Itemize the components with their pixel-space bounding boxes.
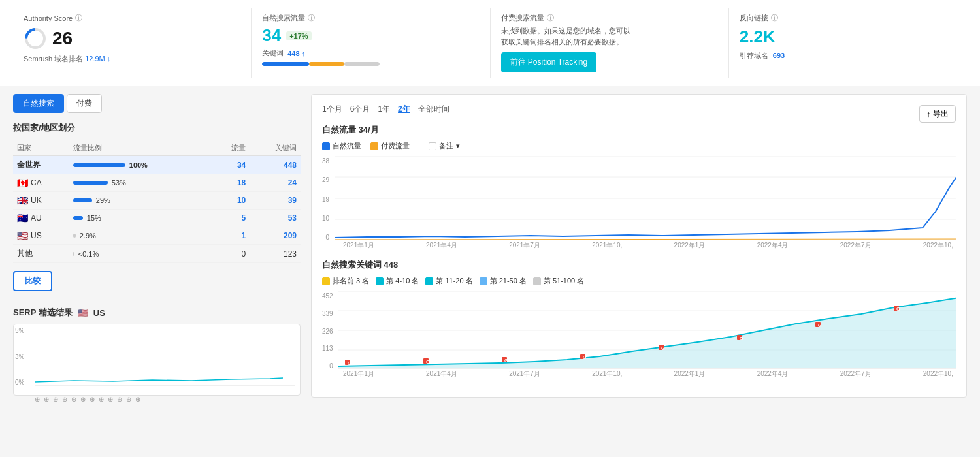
- paid-info-icon: ⓘ: [547, 13, 554, 23]
- authority-score-label: Authority Score: [24, 14, 73, 22]
- organic-chart-area: [335, 156, 956, 241]
- progress-blue: [262, 62, 309, 66]
- svg-marker-13: [338, 294, 956, 368]
- legend-notes: 备注 ▾: [429, 141, 460, 151]
- svg-text:G: G: [504, 358, 508, 363]
- svg-text:G: G: [661, 346, 665, 351]
- kw-filter-4-10: 第 4-10 名: [376, 276, 419, 286]
- country-name-global: 全世界: [13, 156, 69, 174]
- keywords-chart-section: 自然搜索关键词 448 排名前 3 名 第 4-10 名 第 11-20 名 第…: [322, 259, 956, 379]
- backlinks-block: 反向链接 ⓘ 2.2K 引荐域名 693: [729, 8, 967, 78]
- legend-organic: 自然流量: [322, 141, 361, 151]
- kw-filter-11-20: 第 11-20 名: [425, 276, 472, 286]
- country-bar-global: 100%: [69, 156, 212, 174]
- svg-text:G: G: [896, 307, 900, 311]
- top-metrics-bar: Authority Score ⓘ 26 Semrush 域名排名 12.9M …: [0, 0, 980, 86]
- serp-chart: 5% 3% 0% ⊕ ⊕ ⊕ ⊕ ⊕ ⊕ ⊕ ⊕ ⊕: [13, 324, 301, 396]
- serp-section: SERP 精选结果 🇺🇸 US 5% 3% 0% ⊕ ⊕ ⊕: [13, 307, 301, 396]
- keywords-filter-row: 排名前 3 名 第 4-10 名 第 11-20 名 第 21-50 名 第 5…: [322, 276, 956, 286]
- organic-traffic-value: 34: [262, 25, 281, 46]
- kw-filter-51-100: 第 51-100 名: [533, 276, 584, 286]
- filter-1year[interactable]: 1年: [378, 104, 390, 115]
- organic-traffic-block: 自然搜索流量 ⓘ 34 +17% 关键词 448 ↑: [252, 8, 490, 78]
- organic-info-icon: ⓘ: [308, 13, 315, 23]
- semrush-rank-label: Semrush 域名排名 12.9M ↓: [24, 54, 240, 64]
- table-row: 其他 <0.1% 0 123: [13, 245, 301, 263]
- keyword-value: 448 ↑: [287, 50, 305, 57]
- authority-score-value: 26: [52, 28, 73, 49]
- search-tabs: 自然搜索 付费: [13, 94, 301, 113]
- country-table: 国家 流量比例 流量 关键词 全世界 100% 34 448: [13, 140, 301, 263]
- organic-traffic-badge: +17%: [286, 31, 311, 40]
- table-row: 🇬🇧UK 29% 10 39: [13, 192, 301, 210]
- kw-filter-21-50: 第 21-50 名: [480, 276, 527, 286]
- tab-paid[interactable]: 付费: [67, 94, 102, 113]
- filter-alltime[interactable]: 全部时间: [418, 104, 449, 115]
- organic-y-axis: 38 29 19 10 0: [322, 156, 332, 241]
- filter-1month[interactable]: 1个月: [322, 104, 342, 115]
- svg-text:G: G: [818, 323, 822, 328]
- col-keywords: 关键词: [250, 140, 301, 156]
- legend-organic-checkbox: [322, 142, 330, 150]
- keyword-label: 关键词: [262, 48, 284, 58]
- export-icon: ↑: [926, 110, 930, 119]
- legend-paid-checkbox: [370, 142, 378, 150]
- legend-paid: 付费流量: [370, 141, 410, 151]
- main-content: 自然搜索 付费 按国家/地区划分 国家 流量比例 流量 关键词 全世界: [0, 86, 980, 405]
- backlinks-value: 2.2K: [740, 27, 776, 46]
- referring-domains-value: 693: [773, 52, 785, 59]
- legend-notes-checkbox: [429, 142, 436, 150]
- col-ratio: 流量比例: [69, 140, 212, 156]
- table-row: 🇨🇦CA 53% 18 24: [13, 174, 301, 192]
- paid-traffic-label: 付费搜索流量: [501, 13, 544, 23]
- progress-gray: [344, 62, 380, 66]
- compare-button[interactable]: 比较: [13, 271, 52, 291]
- table-row: 全世界 100% 34 448: [13, 156, 301, 174]
- kw-filter-top3: 排名前 3 名: [322, 276, 369, 286]
- export-button[interactable]: ↑ 导出: [919, 105, 956, 123]
- filter-6month[interactable]: 6个月: [350, 104, 370, 115]
- right-panel: 1个月 6个月 1年 2年 全部时间 ↑ 导出 自然流量 34/月 自然流量: [311, 94, 967, 398]
- organic-chart-title: 自然流量 34/月: [322, 124, 956, 136]
- svg-text:G: G: [583, 355, 587, 360]
- serp-flag: 🇺🇸: [78, 308, 88, 318]
- position-tracking-button[interactable]: 前往 Position Tracking: [501, 52, 597, 72]
- organic-x-labels: 2021年1月 2021年4月 2021年7月 2021年10, 2022年1月…: [340, 241, 956, 250]
- time-filter-row: 1个月 6个月 1年 2年 全部时间: [322, 104, 449, 115]
- svg-text:G: G: [426, 360, 430, 364]
- backlinks-info-icon: ⓘ: [771, 13, 778, 23]
- filter-2year[interactable]: 2年: [398, 104, 410, 115]
- paid-traffic-block: 付费搜索流量 ⓘ 未找到数据。如果这是您的域名，您可以获取关键词排名相关的所有必…: [491, 8, 729, 78]
- tab-organic[interactable]: 自然搜索: [13, 94, 64, 113]
- left-panel: 自然搜索 付费 按国家/地区划分 国家 流量比例 流量 关键词 全世界: [13, 94, 301, 398]
- keyword-progress-bar: [262, 62, 380, 66]
- keywords-chart-svg: G G G G G G G G G: [338, 291, 956, 370]
- organic-traffic-label: 自然搜索流量: [262, 13, 305, 23]
- authority-ring-icon: [24, 27, 47, 50]
- organic-chart-svg: [335, 156, 956, 241]
- authority-info-icon: ⓘ: [75, 13, 82, 23]
- serp-title: SERP 精选结果: [13, 307, 73, 319]
- serp-country: US: [93, 308, 105, 318]
- keywords-y-axis: 452 339 226 113 0: [322, 291, 336, 370]
- col-traffic: 流量: [212, 140, 250, 156]
- authority-score-block: Authority Score ⓘ 26 Semrush 域名排名 12.9M …: [13, 8, 252, 78]
- referring-domains-label: 引荐域名: [740, 52, 768, 59]
- serp-chart-svg: [35, 330, 295, 388]
- paid-traffic-message: 未找到数据。如果这是您的域名，您可以获取关键词排名相关的所有必要数据。: [501, 25, 632, 47]
- svg-text:G: G: [348, 361, 351, 366]
- col-country: 国家: [13, 140, 69, 156]
- table-row: 🇺🇸US 2.9% 1 209: [13, 227, 301, 245]
- organic-traffic-chart-section: 自然流量 34/月 自然流量 付费流量 备注 ▾: [322, 124, 956, 250]
- backlinks-label: 反向链接: [740, 13, 768, 23]
- table-row: 🇦🇺AU 15% 5 53: [13, 210, 301, 227]
- keywords-x-labels: 2021年1月 2021年4月 2021年7月 2021年10, 2022年1月…: [340, 370, 956, 379]
- country-section-title: 按国家/地区划分: [13, 122, 301, 134]
- progress-yellow: [309, 62, 344, 66]
- svg-text:G: G: [740, 336, 743, 341]
- keywords-chart-area: G G G G G G G G G: [338, 291, 956, 370]
- keywords-chart-title: 自然搜索关键词 448: [322, 259, 956, 271]
